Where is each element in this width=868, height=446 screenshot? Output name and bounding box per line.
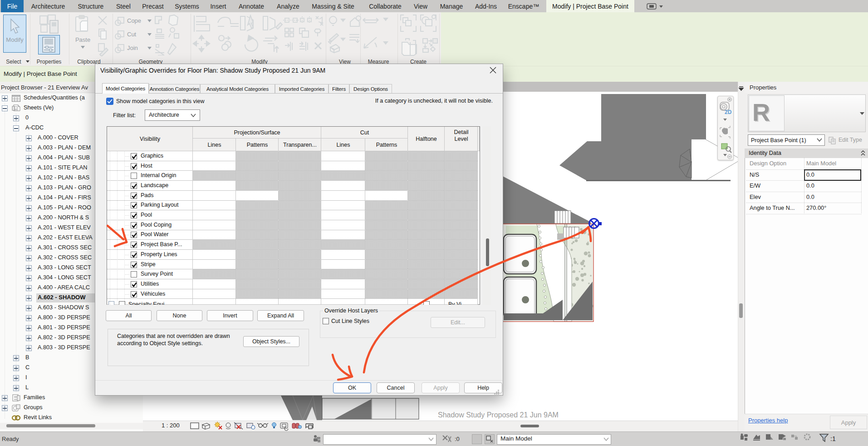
svg-text:2D: 2D	[725, 109, 732, 115]
